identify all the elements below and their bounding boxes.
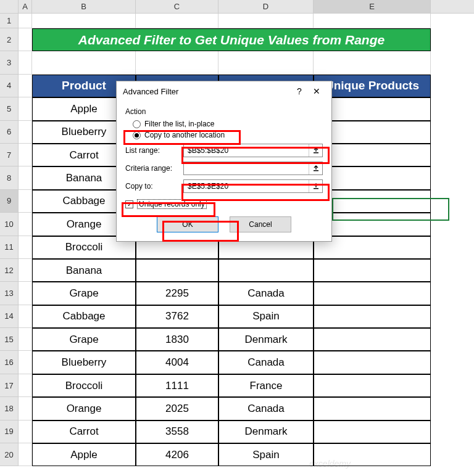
criteria-range-field[interactable] [184, 162, 309, 174]
cell[interactable] [19, 14, 32, 28]
cell[interactable] [19, 236, 32, 259]
cell-unique[interactable] [314, 443, 431, 466]
row-header[interactable]: 1 [0, 14, 19, 28]
cancel-button[interactable]: Cancel [230, 216, 291, 232]
col-d[interactable]: D [218, 0, 314, 13]
cell-product[interactable]: Blueberry [32, 351, 136, 374]
cell-d[interactable]: Canada [218, 282, 314, 305]
row-header[interactable]: 8 [0, 166, 19, 189]
cell[interactable] [19, 259, 32, 282]
dialog-titlebar[interactable]: Advanced Filter ? ✕ [117, 81, 331, 101]
collapse-icon[interactable] [309, 180, 322, 192]
cell-d[interactable]: Spain [218, 443, 314, 466]
copy-to-input[interactable] [183, 179, 323, 193]
list-range-input[interactable] [183, 144, 323, 157]
cell-d[interactable]: Denmark [218, 328, 314, 351]
cell-product[interactable]: Broccoli [32, 374, 136, 397]
cell-product[interactable]: Apple [32, 443, 136, 466]
row-header[interactable]: 16 [0, 351, 19, 374]
cell[interactable] [19, 213, 32, 236]
cell[interactable] [19, 190, 32, 213]
row-header[interactable]: 2 [0, 28, 19, 51]
cell[interactable] [19, 421, 32, 443]
cell-product[interactable]: Orange [32, 397, 136, 420]
cell[interactable] [19, 51, 32, 74]
cell-c[interactable]: 2025 [136, 397, 218, 420]
cell-d[interactable]: Spain [218, 305, 314, 328]
row-header[interactable]: 7 [0, 144, 19, 166]
copy-to-field[interactable] [184, 180, 309, 192]
col-a[interactable]: A [19, 0, 32, 13]
cell[interactable] [314, 51, 431, 74]
row-header[interactable]: 10 [0, 213, 19, 236]
cell[interactable] [19, 397, 32, 420]
cell[interactable] [19, 374, 32, 397]
cell-c[interactable] [136, 259, 218, 282]
cell-unique[interactable] [314, 328, 431, 351]
cell-c[interactable]: 1111 [136, 374, 218, 397]
cell[interactable] [218, 14, 314, 28]
row-header[interactable]: 20 [0, 443, 19, 466]
criteria-range-input[interactable] [183, 162, 323, 175]
cell[interactable] [19, 351, 32, 374]
cell[interactable] [19, 144, 32, 166]
cell-unique[interactable] [314, 374, 431, 397]
cell-c[interactable]: 4004 [136, 351, 218, 374]
cell-d[interactable]: Canada [218, 397, 314, 420]
cell[interactable] [19, 97, 32, 120]
help-icon[interactable]: ? [291, 86, 308, 96]
collapse-icon[interactable] [309, 144, 322, 157]
row-header[interactable]: 15 [0, 328, 19, 351]
cell-product[interactable]: Cabbage [32, 305, 136, 328]
col-c[interactable]: C [136, 0, 218, 13]
cell-unique[interactable] [314, 397, 431, 420]
close-icon[interactable]: ✕ [308, 86, 325, 96]
radio-filter-inplace[interactable]: Filter the list, in-place [133, 120, 323, 128]
cell-c[interactable]: 3762 [136, 305, 218, 328]
row-header[interactable]: 5 [0, 97, 19, 120]
row-header[interactable]: 17 [0, 374, 19, 397]
cell[interactable] [136, 14, 218, 28]
cell[interactable] [314, 14, 431, 28]
cell[interactable] [19, 166, 32, 189]
col-b[interactable]: B [32, 0, 136, 13]
collapse-icon[interactable] [309, 162, 322, 174]
row-header[interactable]: 13 [0, 282, 19, 305]
cell[interactable] [19, 305, 32, 328]
cell[interactable] [136, 51, 218, 74]
cell-unique[interactable] [314, 351, 431, 374]
cell-c[interactable]: 1830 [136, 328, 218, 351]
row-header[interactable]: 4 [0, 75, 19, 97]
cell[interactable] [218, 51, 314, 74]
cell[interactable] [32, 51, 136, 74]
cell[interactable] [19, 328, 32, 351]
row-header[interactable]: 9 [0, 190, 19, 213]
cell[interactable] [19, 443, 32, 466]
cell-product[interactable]: Grape [32, 328, 136, 351]
radio-copy-location[interactable]: Copy to another location [133, 131, 323, 139]
cell[interactable] [19, 121, 32, 144]
title-banner[interactable]: Advanced Filter to Get Unique Values fro… [32, 28, 431, 51]
cell[interactable] [19, 75, 32, 97]
select-all-corner[interactable] [0, 0, 19, 13]
cell-product[interactable]: Banana [32, 259, 136, 282]
row-header[interactable]: 14 [0, 305, 19, 328]
cell[interactable] [19, 282, 32, 305]
ok-button[interactable]: OK [157, 216, 218, 232]
row-header[interactable]: 11 [0, 236, 19, 259]
cell-c[interactable]: 4206 [136, 443, 218, 466]
row-header[interactable]: 19 [0, 421, 19, 443]
col-e[interactable]: E [314, 0, 431, 13]
cell-d[interactable]: Canada [218, 351, 314, 374]
row-header[interactable]: 6 [0, 121, 19, 144]
cell-unique[interactable] [314, 305, 431, 328]
cell[interactable] [32, 14, 136, 28]
cell-c[interactable]: 2295 [136, 282, 218, 305]
unique-records-checkbox[interactable]: Unique records only [125, 199, 323, 209]
cell-product[interactable]: Carrot [32, 421, 136, 443]
cell-unique[interactable] [314, 282, 431, 305]
cell[interactable] [19, 28, 32, 51]
row-header[interactable]: 3 [0, 51, 19, 74]
cell-product[interactable]: Grape [32, 282, 136, 305]
row-header[interactable]: 18 [0, 397, 19, 420]
